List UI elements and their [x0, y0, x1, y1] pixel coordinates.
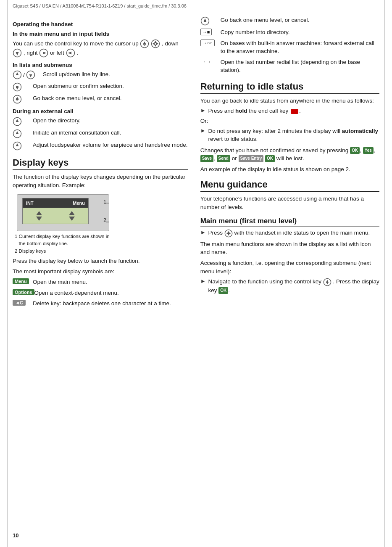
label-arrows: [105, 195, 110, 233]
list-item: Adjust loudspeaker volume for earpiece a…: [13, 141, 188, 151]
returning-p1: You can go back to idle status from anyw…: [200, 97, 379, 105]
page-header: Gigaset S45 / USA EN / A31008-M1754-R101…: [0, 0, 392, 12]
bullet-arrow-4: ►: [200, 278, 206, 284]
svg-marker-13: [68, 52, 71, 55]
right-row-am: →○○ On bases with built-in answer machin…: [200, 39, 379, 55]
list-item: Go back one menu level, or cancel.: [13, 94, 188, 104]
ok-badge-3: OK: [218, 287, 228, 294]
arrow-up-1: [36, 211, 42, 215]
returning-bullet1: ► Press and hold the end call key .: [200, 107, 379, 115]
screen-arrows-area: [23, 208, 88, 224]
ctrl-icon-down: [13, 48, 22, 58]
ctrl-icon-confirm: [13, 82, 22, 92]
symbol-c-row: ◄C Delete key: backspace deletes one cha…: [13, 299, 188, 308]
page-border-right: [384, 0, 384, 547]
display-keys-title: Display keys: [13, 157, 188, 170]
svg-marker-25: [16, 119, 19, 122]
icon-cell-redial: →→: [200, 58, 221, 65]
list-desc: Open submenu or confirm selection.: [33, 82, 188, 90]
icon-cell-am: →○○: [200, 39, 221, 46]
icon-cell-copy: →■: [200, 28, 221, 35]
icon-cell-options: Options: [13, 289, 34, 295]
page-number: 10: [13, 532, 18, 539]
ctrl-icon-left: [66, 48, 75, 58]
screen-top-bar: INT Menu: [23, 198, 88, 208]
arrow-down-1: [36, 217, 42, 221]
page-border-left: [8, 0, 8, 547]
send-badge: Send: [217, 155, 230, 162]
saveentry-badge: Save Entry: [239, 155, 264, 162]
list-desc: Initiate an internal consultation call.: [33, 129, 188, 137]
arrow-pair-2: [69, 211, 75, 221]
icon-cell-back: [200, 16, 221, 26]
display-captions: 1 Current display key functions are show…: [15, 233, 188, 255]
main-menu-p2: Accessing a function, i.e. opening the c…: [200, 259, 379, 275]
main-menu-p1: The main menu functions are shown in the…: [200, 240, 379, 256]
menu-badge-desc: Open the main menu.: [33, 278, 188, 286]
right-desc-am: On bases with built-in answer machines: …: [221, 39, 379, 55]
icon-cell-double: /: [13, 70, 43, 79]
right-row-back: Go back one menu level, or cancel.: [200, 16, 379, 26]
ctrl-icon-cross: [151, 39, 160, 48]
main-menu-level-bullet2-text: Navigate to the function using the contr…: [208, 277, 379, 294]
ctrl-icon-press: [224, 229, 233, 238]
svg-marker-42: [326, 282, 329, 284]
options-badge: Options: [13, 289, 34, 295]
yes-badge: Yes: [363, 147, 374, 154]
c-badge: ◄C: [13, 300, 26, 306]
bullet-arrow-1: ►: [200, 107, 206, 114]
caption-1: 1 Current display key functions are show…: [15, 233, 188, 248]
icon-cell: [13, 94, 33, 104]
arrow-up-2: [69, 211, 75, 215]
main-menu-level-bullet: ► Press with the handset in idle status …: [200, 229, 379, 237]
left-column: Operating the handset In the main menu a…: [13, 12, 196, 310]
display-symbols-intro: The most important display symbols are:: [13, 267, 188, 276]
svg-marker-6: [153, 42, 155, 45]
returning-bullet2: ► Do not press any key: after 2 minutes …: [200, 127, 379, 143]
bullet-arrow-3: ►: [200, 229, 206, 235]
main-menu-level-title: Main menu (first menu level): [200, 217, 379, 227]
main-menu-level-bullet-text: Press with the handset in idle status to…: [208, 229, 379, 237]
display-device: INT Menu: [17, 194, 109, 231]
icon-cell-c: ◄C: [13, 299, 33, 306]
external-call-heading: During an external call: [13, 108, 188, 114]
list-desc: Go back one menu level, or cancel.: [33, 94, 188, 103]
arrow-down-2: [69, 217, 75, 221]
redial-icon: →→: [200, 58, 211, 65]
menu-guidance-p1: Your telephone's functions are accessed …: [200, 195, 379, 211]
header-text: Gigaset S45 / USA EN / A31008-M1754-R101…: [13, 3, 187, 8]
arrow-pair-1: [36, 211, 42, 221]
right-row-redial: →→ Open the last number redial list (dep…: [200, 58, 379, 74]
right-desc-copy: Copy number into directory.: [221, 28, 379, 37]
svg-marker-11: [43, 52, 46, 55]
screen-int-label: INT: [26, 201, 34, 206]
svg-marker-9: [16, 52, 19, 55]
list-item: Initiate an internal consultation call.: [13, 129, 188, 138]
svg-marker-17: [29, 74, 32, 77]
menu-guidance-title: Menu guidance: [200, 179, 379, 192]
ctrl-icon-back-r: [200, 16, 210, 26]
copy-icon: →■: [200, 29, 212, 35]
list-item: Open the directory.: [13, 116, 188, 126]
ok-badge-2: OK: [265, 155, 275, 162]
ctrl-icon-internal: [13, 129, 22, 138]
end-call-key-icon: [291, 109, 298, 114]
bullet-arrow-2: ►: [200, 127, 206, 134]
list-item: / Scroll up/down line by line.: [13, 70, 188, 79]
ctrl-icon-volume: [13, 141, 22, 151]
ctrl-icon-up-list: [13, 70, 22, 79]
returning-bullet1-text: Press and hold the end call key .: [208, 107, 379, 115]
icon-cell: [13, 116, 33, 126]
am-icon: →○○: [200, 40, 215, 46]
ok-badge: OK: [350, 147, 360, 154]
ctrl-icon-back: [13, 95, 22, 104]
returning-p2: Changes that you have not confirmed or s…: [200, 146, 379, 163]
ctrl-icon-right: [39, 48, 48, 58]
display-image-container: INT Menu: [17, 194, 126, 231]
screen-menu-label: Menu: [73, 201, 85, 206]
svg-point-20: [16, 86, 18, 88]
separator: /: [23, 72, 25, 78]
right-desc-redial: Open the last number redial list (depend…: [221, 58, 379, 74]
list-desc: Adjust loudspeaker volume for earpiece a…: [33, 141, 188, 149]
menu-badge: Menu: [13, 278, 29, 284]
